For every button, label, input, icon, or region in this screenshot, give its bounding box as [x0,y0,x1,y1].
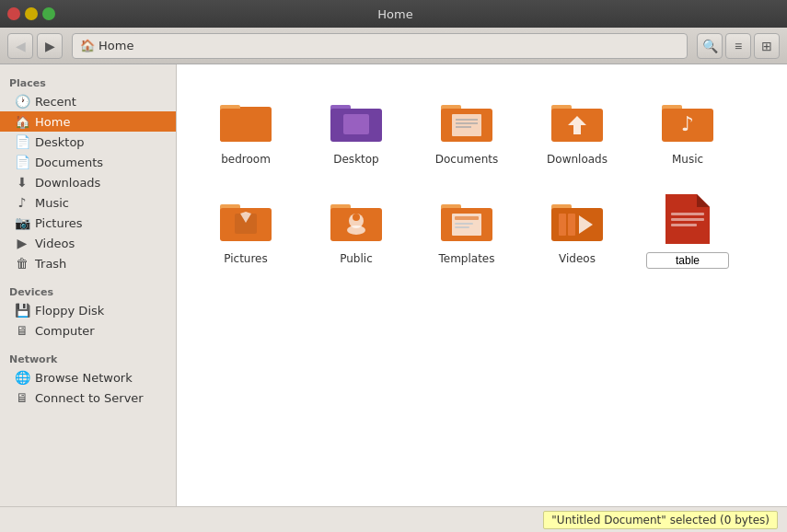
sidebar-label-documents: Documents [35,156,103,169]
file-rename-input[interactable] [646,252,729,269]
main-layout: Places 🕐 Recent 🏠 Home 📄 Desktop 📄 Docum… [0,64,787,506]
toolbar-right: 🔍 ≡ ⊞ [697,33,780,59]
minimize-button[interactable] [25,7,38,20]
close-button[interactable] [7,7,20,20]
svg-point-25 [353,214,360,221]
sidebar-item-connect-server[interactable]: 🖥 Connect to Server [0,387,176,408]
svg-rect-32 [455,226,469,228]
titlebar: Home [0,0,787,28]
folder-icon-documents [437,90,496,149]
search-button[interactable]: 🔍 [697,33,723,59]
file-grid: bedroom Desktop [195,83,769,276]
folder-icon-downloads [548,90,607,149]
sidebar-label-computer: Computer [35,324,95,338]
list-view-button[interactable]: ≡ [725,33,751,59]
sidebar-label-browse-network: Browse Network [35,371,133,385]
floppy-icon: 💾 [15,303,29,318]
sidebar-label-videos: Videos [35,237,75,250]
folder-icon-public [327,190,386,249]
sidebar-label-home: Home [35,115,70,129]
sidebar-item-music[interactable]: ♪ Music [0,192,176,213]
folder-icon-desktop [327,90,386,149]
devices-label: Devices [0,281,176,300]
sidebar-item-trash[interactable]: 🗑 Trash [0,253,176,273]
svg-rect-41 [671,218,704,221]
sidebar-label-connect-server: Connect to Server [35,391,144,405]
home-sidebar-icon: 🏠 [15,114,29,129]
file-item-videos[interactable]: Videos [527,182,628,276]
svg-rect-42 [671,224,697,226]
file-item-templates[interactable]: Templates [416,182,517,276]
file-label-downloads: Downloads [547,153,608,166]
svg-point-26 [347,226,365,235]
sidebar-item-floppy[interactable]: 💾 Floppy Disk [0,300,176,320]
window-controls[interactable] [7,7,55,20]
statusbar: "Untitled Document" selected (0 bytes) [0,506,787,532]
folder-icon-pictures [216,190,275,249]
svg-rect-5 [343,114,369,134]
computer-icon: 🖥 [15,323,29,338]
svg-rect-30 [455,216,479,220]
file-item-music[interactable]: ♪ Music [637,83,738,173]
grid-view-button[interactable]: ⊞ [754,33,780,59]
sidebar-item-downloads[interactable]: ⬇ Downloads [0,172,176,192]
file-label-bedroom: bedroom [221,153,271,166]
sidebar-item-videos[interactable]: ▶ Videos [0,233,176,253]
trash-icon: 🗑 [15,256,29,271]
file-item-desktop[interactable]: Desktop [306,83,407,173]
file-item-table[interactable] [637,182,738,276]
sidebar-item-documents[interactable]: 📄 Documents [0,152,176,172]
maximize-button[interactable] [42,7,55,20]
file-label-desktop: Desktop [333,153,379,166]
sidebar-label-downloads: Downloads [35,176,100,190]
sidebar: Places 🕐 Recent 🏠 Home 📄 Desktop 📄 Docum… [0,64,177,506]
location-bar: 🏠 Home [72,33,688,59]
browse-network-icon: 🌐 [15,370,29,385]
sidebar-item-home[interactable]: 🏠 Home [0,111,176,132]
window-title: Home [66,7,724,21]
sidebar-item-browse-network[interactable]: 🌐 Browse Network [0,367,176,387]
folder-icon-templates [437,190,496,249]
file-area: bedroom Desktop [177,64,787,506]
desktop-icon: 📄 [15,134,29,149]
sidebar-label-pictures: Pictures [35,216,82,230]
svg-text:♪: ♪ [681,112,694,135]
pictures-icon: 📷 [15,215,29,230]
sidebar-label-trash: Trash [35,257,66,271]
folder-icon-videos [548,190,607,249]
file-item-documents[interactable]: Documents [416,83,517,173]
folder-icon-bedroom [216,90,275,149]
file-item-bedroom[interactable]: bedroom [195,83,296,173]
videos-icon: ▶ [15,236,29,250]
file-item-public[interactable]: Public [306,182,407,276]
documents-icon: 📄 [15,155,29,169]
sidebar-item-recent[interactable]: 🕐 Recent [0,91,176,111]
file-icon-table [658,190,717,249]
sidebar-label-music: Music [35,196,69,210]
home-icon: 🏠 [80,39,95,52]
sidebar-item-computer[interactable]: 🖥 Computer [0,320,176,341]
forward-button[interactable]: ▶ [37,33,63,59]
sidebar-label-recent: Recent [35,95,76,109]
back-button[interactable]: ◀ [7,33,33,59]
file-item-downloads[interactable]: Downloads [527,83,628,173]
downloads-icon: ⬇ [15,175,29,190]
svg-rect-40 [671,213,704,215]
sidebar-label-floppy: Floppy Disk [35,304,104,318]
file-label-public: Public [340,252,373,265]
music-icon: ♪ [15,195,29,210]
toolbar: ◀ ▶ 🏠 Home 🔍 ≡ ⊞ [0,28,787,64]
file-label-videos: Videos [559,252,596,265]
location-text: Home [98,39,133,52]
sidebar-item-desktop[interactable]: 📄 Desktop [0,132,176,152]
svg-rect-36 [568,214,575,236]
status-badge: "Untitled Document" selected (0 bytes) [543,511,778,529]
sidebar-item-pictures[interactable]: 📷 Pictures [0,213,176,233]
connect-server-icon: 🖥 [15,390,29,405]
network-label: Network [0,348,176,367]
svg-rect-2 [220,109,272,142]
sidebar-label-desktop: Desktop [35,135,85,149]
file-item-pictures[interactable]: Pictures [195,182,296,276]
folder-icon-music: ♪ [658,90,717,149]
file-label-documents: Documents [435,153,498,166]
